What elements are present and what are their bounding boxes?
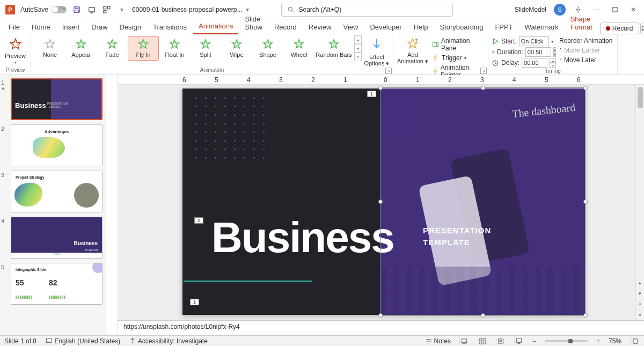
delay-spinner[interactable]: ▴▾ [550, 58, 556, 68]
trigger-icon [432, 54, 440, 62]
qat-dropdown-icon[interactable]: ▾ [117, 5, 127, 14]
svg-point-7 [288, 7, 292, 11]
zoom-slider[interactable] [545, 340, 588, 342]
star-split-icon [200, 39, 211, 50]
start-dropdown[interactable] [519, 36, 549, 46]
toggle-switch[interactable]: Off [52, 6, 67, 13]
scroll-up-icon[interactable]: ▴ [636, 277, 644, 288]
trigger-button[interactable]: Trigger ▾ [431, 54, 485, 62]
anim-appear[interactable]: Appear [65, 36, 97, 60]
tab-storyboarding[interactable]: Storyboarding [434, 21, 488, 34]
duration-spinner[interactable]: ▴▾ [553, 47, 556, 57]
slide-canvas[interactable]: 6543210123456 The dashboard Business PRE… [118, 75, 644, 335]
painter-icon [432, 68, 438, 75]
zoom-in-button[interactable]: + [596, 337, 600, 345]
tab-insert[interactable]: Insert [57, 21, 85, 34]
tab-home[interactable]: Home [26, 21, 56, 34]
sorter-view-icon[interactable] [478, 336, 487, 346]
lang-indicator[interactable]: English (United States) [45, 337, 120, 345]
anim-float-in[interactable]: Float In [159, 36, 190, 60]
anim-fly-in[interactable]: Fly In [128, 36, 159, 61]
anim-tag-1[interactable]: 1 [367, 91, 376, 97]
preview-button[interactable]: Preview ▾ [3, 35, 28, 65]
star-none-icon [44, 39, 56, 50]
vertical-scrollbar[interactable]: ▴ ▾ « » [635, 85, 644, 320]
scrollbar-thumb[interactable] [638, 87, 643, 108]
anim-tag-3[interactable]: 1 [190, 299, 199, 305]
fit-window-icon[interactable] [630, 336, 640, 346]
tab-view[interactable]: View [338, 21, 363, 34]
tab-shape-format[interactable]: Shape Format [565, 13, 598, 34]
search-box[interactable]: Search (Alt+Q) [281, 3, 453, 17]
animation-launcher[interactable]: ↘ [385, 68, 392, 74]
notes-pane[interactable]: https://unsplash.com/photos/L0nipfx-Ry4 [118, 320, 644, 335]
animation-pane-button[interactable]: Animation Pane [431, 36, 485, 53]
move-earlier-button[interactable]: ˄Move Earlier [558, 46, 614, 55]
tab-transitions[interactable]: Transitions [148, 21, 192, 34]
tab-review[interactable]: Review [303, 21, 337, 34]
tab-slideshow[interactable]: Slide Show [239, 13, 268, 34]
anim-shape[interactable]: Shape [252, 36, 283, 60]
scroll-down-icon[interactable]: ▾ [636, 288, 644, 299]
normal-view-icon[interactable] [459, 336, 469, 346]
move-later-button[interactable]: ˅Move Later [558, 56, 614, 64]
slideshow-view-icon[interactable] [514, 336, 524, 346]
thumbnail-3[interactable]: Project Strategy [11, 171, 103, 212]
anim-wheel[interactable]: Wheel [283, 36, 314, 60]
comments-button[interactable] [640, 23, 644, 34]
thumbnail-1[interactable]: BusinessPRESENTATIONTEMPLATE [11, 78, 103, 120]
tab-file[interactable]: File [3, 21, 25, 34]
search-placeholder: Search (Alt+Q) [299, 6, 342, 13]
advanced-launcher[interactable]: ↘ [480, 68, 487, 74]
anim-split[interactable]: Split [190, 36, 221, 60]
tab-help[interactable]: Help [408, 21, 434, 34]
export-icon[interactable] [87, 5, 97, 14]
maximize-button[interactable] [610, 4, 620, 15]
reading-view-icon[interactable] [496, 336, 506, 346]
anim-tag-2[interactable]: 2 [194, 217, 203, 224]
next-slide-icon[interactable]: » [636, 310, 644, 320]
accessibility-indicator[interactable]: Accessibility: Investigate [129, 337, 208, 345]
record-button[interactable]: Record [600, 23, 639, 34]
svg-rect-21 [499, 338, 503, 343]
account-name[interactable]: SlideModel [515, 6, 546, 13]
effect-options-button[interactable]: EffectOptions ▾ [364, 35, 390, 67]
prev-slide-icon[interactable]: « [636, 299, 644, 310]
anim-none[interactable]: None [34, 36, 65, 60]
zoom-out-button[interactable]: − [532, 337, 536, 345]
anim-fade[interactable]: Fade [97, 36, 128, 60]
autosave-toggle[interactable]: AutoSave Off [20, 6, 67, 13]
star-random-icon [328, 39, 340, 50]
thumbnail-2[interactable]: Advantages [11, 124, 103, 166]
notes-button[interactable]: Notes [425, 337, 451, 345]
thumbnail-4[interactable]: Business Proposal LOGO [11, 217, 103, 259]
delay-input[interactable] [522, 58, 547, 68]
notes-text: https://unsplash.com/photos/L0nipfx-Ry4 [123, 323, 240, 330]
svg-rect-4 [104, 6, 106, 9]
add-animation-button[interactable]: AddAnimation ▾ [397, 35, 429, 64]
animation-gallery[interactable]: None Appear Fade Fly In Float In Split W… [34, 35, 362, 61]
document-title[interactable]: 60009-01-business-proposal-powerp...▾ [132, 6, 248, 13]
user-avatar[interactable]: S [554, 4, 566, 16]
svg-rect-19 [480, 342, 482, 344]
workspace: 1★ BusinessPRESENTATIONTEMPLATE 2 Advant… [0, 75, 644, 335]
anim-wipe[interactable]: Wipe [221, 36, 252, 60]
selection-frame[interactable] [380, 87, 586, 316]
gallery-scroll[interactable]: ▴▾▿ [354, 35, 362, 61]
tab-record[interactable]: Record [269, 21, 302, 34]
tab-draw[interactable]: Draw [86, 21, 113, 34]
anim-random-bars[interactable]: Random Bars [314, 36, 353, 60]
tab-developer[interactable]: Developer [364, 21, 407, 34]
tab-animations[interactable]: Animations [193, 20, 238, 34]
zoom-level[interactable]: 75% [609, 337, 621, 345]
save-icon[interactable] [72, 5, 82, 14]
tab-watermark[interactable]: Watermark [519, 21, 564, 34]
thumbnail-5[interactable]: Infographic Slide 55 82 [11, 263, 103, 305]
quick-access-icon[interactable] [102, 5, 112, 14]
close-button[interactable]: ✕ [628, 4, 639, 15]
duration-input[interactable] [525, 47, 551, 57]
effect-options-icon [371, 38, 383, 53]
tab-fppt[interactable]: FPPT [489, 21, 518, 34]
tab-design[interactable]: Design [114, 21, 147, 34]
slide-thumbnails[interactable]: 1★ BusinessPRESENTATIONTEMPLATE 2 Advant… [0, 75, 106, 335]
